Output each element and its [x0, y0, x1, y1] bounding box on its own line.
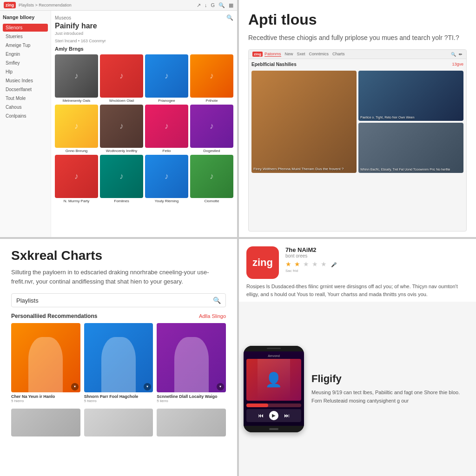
album-6[interactable]: ♪ Fetio	[145, 105, 188, 153]
share-icon[interactable]: ↗	[197, 2, 201, 8]
tab-charts[interactable]: Charts	[332, 52, 345, 57]
album-0[interactable]: ♪ Metnesenly Oals	[55, 54, 98, 103]
search-input[interactable]	[16, 297, 213, 304]
q1-topbar: zing Playlists > Recommendation ↗ ↓ G 🔍 …	[0, 0, 237, 11]
phone-home-button[interactable]	[269, 428, 278, 430]
playlist-name-1: Shnorn Parr Fool Hagchole	[84, 394, 153, 399]
q2-cell-label-1: Paetice o. Tight, Reto Ner Own Ween	[360, 116, 462, 119]
q4-bottom-section: Amvond 👤 ⏮ ▶ ⏭	[239, 302, 476, 476]
phone-app-label: Amvond	[246, 354, 301, 357]
app-name: 7he NAiM2	[285, 246, 469, 253]
playlist-item-1[interactable]: ▾ Shnorn Parr Fool Hagchole 5 hierro	[84, 323, 153, 405]
feature-title: Fligify	[311, 373, 471, 385]
chevron-down-icon-2[interactable]: ▾	[217, 383, 224, 390]
album-1[interactable]: ♪ Wnckloen Olail	[100, 54, 143, 103]
album-7[interactable]: ♪ Dogestled	[190, 105, 233, 153]
phone-controls: ⏮ ▶ ⏭	[246, 409, 301, 422]
more-icon[interactable]: ▦	[229, 2, 233, 8]
phone-artist-display: 👤	[246, 359, 301, 401]
app-logo-text: zing	[252, 257, 273, 269]
star-rating: ★ ★ ★ ★ ★ 🎤	[285, 260, 469, 268]
album-3[interactable]: ♪ Prthote	[190, 54, 233, 103]
sidebar-item-10[interactable]: Conlpains	[3, 112, 48, 120]
sidebar-item-4[interactable]: Smfley	[3, 59, 48, 67]
feature-description: Meusing 9/19 can tect lbes, Pabiiltic an…	[311, 389, 471, 405]
album-grid-row3: ♪ N. Murmy Party ♪ Fomlines ♪ Youty Rlem…	[55, 155, 233, 203]
breadcrumb: Playlists > Recommendation	[19, 3, 72, 7]
phone-speaker	[267, 348, 281, 349]
download-icon[interactable]: ↓	[205, 2, 207, 8]
phone-bottom-bar	[244, 426, 304, 432]
mobile-phone: Amvond 👤 ⏮ ▶ ⏭	[244, 346, 304, 432]
q4-app-info: zing 7he NAiM2 bont orees ★ ★ ★ ★ ★ 🎤 Sa…	[239, 239, 476, 476]
q2-description: Recedtive these chiogis and fully priplo…	[248, 33, 467, 43]
sidebar-item-6[interactable]: Musiec Indes	[3, 77, 48, 85]
sidebar-item-0[interactable]: Slienors	[3, 24, 48, 32]
google-icon[interactable]: G	[211, 2, 215, 8]
album-10[interactable]: ♪ Youty Rleming	[145, 155, 188, 203]
search-icon[interactable]: 🔍	[213, 297, 221, 304]
q2-search-icon[interactable]: 🔍	[451, 52, 456, 57]
q2-screenshot: zing Patonms New Sxet Conntmics Charts 🔍…	[248, 49, 467, 231]
next-button[interactable]: ⏭	[284, 412, 290, 419]
playlist-name-0: Cher Na Yeun ir Hanlo	[11, 394, 80, 399]
q2-cell-1[interactable]: Paetice o. Tight, Reto Ner Own Ween	[358, 71, 463, 121]
tab-sxet[interactable]: Sxet	[297, 52, 305, 57]
q1-meta: Steri lncand • 163 Coonmyr	[55, 39, 233, 43]
q2-title: Apti tlous	[248, 11, 467, 28]
artist-figure: 👤	[258, 359, 291, 401]
sidebar-item-2[interactable]: Ameige Tup	[3, 41, 48, 49]
playlist-sub-2: 5 lierro	[157, 399, 226, 403]
tab-new[interactable]: New	[285, 52, 293, 57]
q3-rec-title: Personalliied Recommendations	[11, 313, 97, 319]
playlist-sub-0: 5 hierro	[11, 399, 80, 403]
album-9[interactable]: ♪ Fomlines	[100, 155, 143, 203]
chevron-down-icon[interactable]: ▾	[71, 383, 79, 390]
q2-cell-label-0: Firey Wdthern Pfemna Muinl Theram Dus th…	[253, 167, 355, 171]
sidebar-item-3[interactable]: Engnin	[3, 50, 48, 58]
q1-main-content: Museos 🔍 Painify hare Just introduced St…	[51, 11, 237, 237]
album-4[interactable]: ♪ Gnno Bnrung	[55, 105, 98, 153]
sidebar-item-5[interactable]: Hlp	[3, 68, 48, 76]
star-3: ★	[303, 260, 310, 268]
album-2[interactable]: ♪ Prianogee	[145, 54, 188, 103]
q1-section-title: Amly Brngs	[55, 46, 233, 52]
playlist-sub-1: 5 hierro	[84, 399, 153, 403]
tab-conntmics[interactable]: Conntmics	[309, 52, 329, 57]
star-2: ★	[294, 260, 301, 268]
playlist-item-2[interactable]: ▾ Scnnetline Dlall Locaity Waigo 5 lierr…	[157, 323, 226, 405]
q2-tabs: Patonms New Sxet Conntmics Charts	[264, 52, 345, 57]
tab-patonms[interactable]: Patonms	[264, 52, 281, 57]
q1-main-title: Painify hare	[55, 22, 233, 30]
playlist-item-0[interactable]: ▾ Cher Na Yeun ir Hanlo 5 hierro	[11, 323, 80, 405]
q2-big-cell[interactable]: Firey Wdthern Pfemna Muinl Theram Dus th…	[251, 71, 357, 173]
sidebar-item-8[interactable]: Tout Mole	[3, 94, 48, 102]
q2-screenshot-content: Epeblficial Nashilies 13gve Firey Wdther…	[249, 59, 466, 231]
prev-button[interactable]: ⏮	[258, 412, 264, 419]
q2-action[interactable]: 13gve	[452, 62, 463, 69]
q1-search-icon[interactable]: 🔍	[226, 14, 233, 21]
sidebar-item-9[interactable]: Cahous	[3, 103, 48, 111]
q3-title: Sxkreal Charts	[11, 248, 226, 263]
q2-edit-icon[interactable]: ✏	[459, 52, 463, 57]
sidebar-item-1[interactable]: Stueries	[3, 33, 48, 40]
q2-cell-label-2: Whinn Bacflc, Ebsafy, Tret Fal Uond Tcoo…	[360, 168, 462, 171]
q2-cell-2[interactable]: Whinn Bacflc, Ebsafy, Tret Fal Uond Tcoo…	[358, 123, 463, 173]
q3-rec-link[interactable]: Adlla Slingo	[199, 313, 226, 319]
album-11[interactable]: ♪ Ciomotte	[190, 155, 233, 203]
q3-search-bar[interactable]: 🔍	[11, 293, 226, 307]
album-5[interactable]: ♪ Wcdtncenly Innfthy	[100, 105, 143, 153]
chevron-down-icon-1[interactable]: ▾	[144, 383, 151, 390]
app-developer: bont orees	[285, 253, 469, 258]
q1-music-app: zing Playlists > Recommendation ↗ ↓ G 🔍 …	[0, 0, 237, 237]
star-5: ★	[321, 260, 327, 268]
play-button[interactable]: ▶	[269, 411, 278, 420]
sidebar-item-7[interactable]: Docserlfanet	[3, 86, 48, 93]
q3-charts-page: Sxkreal Charts Sillutirg the payloern in…	[0, 239, 237, 476]
search-icon[interactable]: 🔍	[218, 2, 225, 8]
q2-screenshot-topbar: zing Patonms New Sxet Conntmics Charts 🔍…	[249, 50, 466, 59]
phone-screen: Amvond 👤 ⏮ ▶ ⏭	[244, 351, 304, 426]
q3-playlist-grid: ▾ Cher Na Yeun ir Hanlo 5 hierro ▾ Shnor…	[11, 323, 226, 405]
q2-description-panel: Apti tlous Recedtive these chiogis and f…	[239, 0, 476, 237]
album-8[interactable]: ♪ N. Murmy Party	[55, 155, 98, 203]
